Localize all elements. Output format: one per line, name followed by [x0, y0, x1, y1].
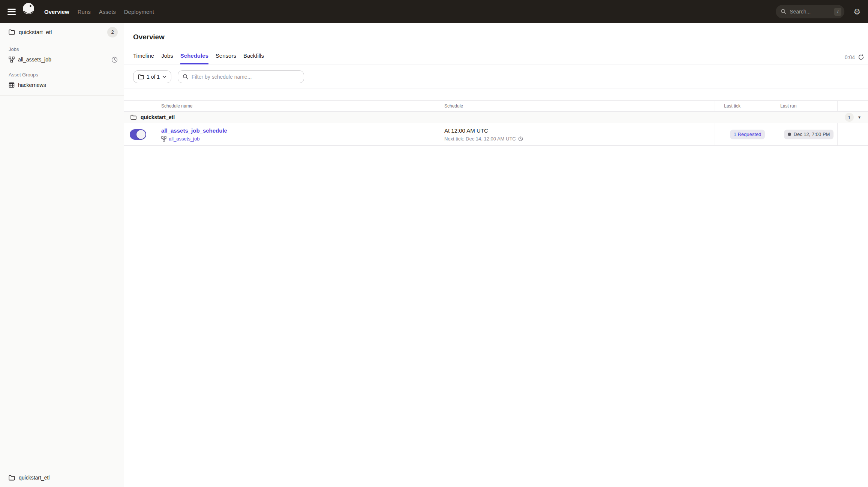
schedule-clock-icon	[111, 57, 118, 63]
repo-group-name: quickstart_etl	[141, 114, 175, 120]
folder-icon	[9, 475, 15, 481]
toggle-knob	[136, 130, 145, 139]
main-content: Overview Timeline Jobs Schedules Sensors…	[124, 23, 868, 487]
header-last-run: Last run	[771, 101, 838, 111]
clock-icon	[518, 136, 523, 141]
last-run-badge[interactable]: Dec 12, 7:00 PM	[784, 130, 834, 139]
nav-deployment[interactable]: Deployment	[124, 9, 154, 15]
folder-icon	[138, 74, 144, 79]
last-run-cell: Dec 12, 7:00 PM	[771, 123, 838, 145]
nav-overview[interactable]: Overview	[44, 9, 69, 15]
header-last-tick: Last tick	[715, 101, 771, 111]
refresh-countdown: 0:04	[845, 54, 855, 60]
tab-sensors[interactable]: Sensors	[216, 52, 236, 64]
last-run-time: Dec 12, 7:00 PM	[794, 131, 830, 137]
filter-bar: 1 of 1	[124, 64, 868, 88]
overview-tabs: Timeline Jobs Schedules Sensors Backfill…	[133, 52, 264, 64]
top-nav: Overview Runs Assets Deployment / ⚙	[0, 0, 868, 23]
header-actions-col	[838, 101, 868, 111]
sidebar-item-all-assets-job[interactable]: all_assets_job	[0, 54, 124, 66]
refresh-status: 0:04	[845, 54, 864, 64]
search-shortcut-key: /	[834, 8, 841, 16]
overview-tabs-row: Timeline Jobs Schedules Sensors Backfill…	[124, 52, 868, 64]
search-input[interactable]	[790, 9, 834, 15]
menu-icon[interactable]	[7, 9, 16, 15]
page-title: Overview	[133, 33, 859, 41]
asset-group-item-label: hackernews	[18, 82, 46, 88]
job-item-label: all_assets_job	[18, 57, 51, 63]
workspace-contents: Jobs all_assets_job A	[0, 41, 124, 96]
global-search[interactable]: /	[776, 5, 844, 18]
asset-group-icon	[9, 82, 15, 88]
workspace-row[interactable]: quickstart_etl 2	[0, 23, 124, 41]
repo-filter-button[interactable]: 1 of 1	[133, 70, 171, 83]
schedule-row: all_assets_job_schedule all_asset	[124, 123, 868, 146]
toggle-cell	[124, 123, 152, 145]
workspace-name: quickstart_etl	[19, 29, 52, 35]
dagster-logo-icon[interactable]	[22, 2, 37, 21]
header-schedule-name: Schedule name	[152, 101, 435, 111]
nav-runs[interactable]: Runs	[78, 9, 91, 15]
job-icon	[9, 57, 15, 63]
sidebar-item-hackernews[interactable]: hackernews	[0, 79, 124, 91]
workspace-count-badge: 2	[107, 27, 118, 37]
schedule-toggle[interactable]	[130, 129, 146, 140]
tab-backfills[interactable]: Backfills	[243, 52, 264, 64]
schedule-name-cell: all_assets_job_schedule all_asset	[152, 123, 435, 145]
run-status-dot-icon	[788, 133, 791, 136]
dagster-app: Overview Runs Assets Deployment / ⚙ qui	[0, 0, 868, 487]
cron-readable: At 12:00 AM UTC	[444, 127, 715, 134]
header-schedule: Schedule	[435, 101, 715, 111]
schedule-cell: At 12:00 AM UTC Next tick: Dec 14, 12:00…	[435, 123, 715, 145]
schedule-filter[interactable]	[178, 70, 304, 83]
nav-right: / ⚙	[776, 5, 868, 18]
asset-groups-section-title: Asset Groups	[0, 72, 124, 78]
settings-gear-icon[interactable]: ⚙	[853, 8, 861, 16]
tab-jobs[interactable]: Jobs	[161, 52, 173, 64]
header-toggle-col	[124, 101, 152, 111]
next-tick-line: Next tick: Dec 14, 12:00 AM UTC	[444, 136, 715, 142]
collapse-caret-icon[interactable]: ▾	[858, 115, 861, 120]
schedule-name-link[interactable]: all_assets_job_schedule	[161, 127, 435, 134]
nav-assets[interactable]: Assets	[99, 9, 116, 15]
jobs-section-title: Jobs	[0, 46, 124, 53]
schedules-table: Schedule name Schedule Last tick Last ru…	[124, 100, 868, 146]
last-tick-cell: 1 Requested	[715, 123, 771, 145]
left-sidebar: quickstart_etl 2 Jobs all_assets_job	[0, 23, 124, 487]
last-tick-badge[interactable]: 1 Requested	[730, 130, 765, 139]
primary-nav: Overview Runs Assets Deployment	[44, 9, 154, 15]
footer-workspace-name: quickstart_etl	[19, 475, 49, 481]
job-link[interactable]: all_assets_job	[169, 136, 199, 142]
folder-icon	[9, 29, 15, 35]
tab-schedules[interactable]: Schedules	[180, 52, 208, 64]
row-actions-cell	[838, 123, 868, 145]
schedule-filter-input[interactable]	[192, 74, 300, 80]
folder-icon	[130, 115, 136, 120]
search-icon	[781, 9, 787, 15]
schedule-job-line: all_assets_job	[161, 136, 435, 142]
app-shell: quickstart_etl 2 Jobs all_assets_job	[0, 23, 868, 487]
repo-group-row[interactable]: quickstart_etl 1 ▾	[124, 112, 868, 123]
search-icon	[183, 74, 189, 80]
next-tick-text: Next tick: Dec 14, 12:00 AM UTC	[444, 136, 516, 142]
repo-filter-label: 1 of 1	[147, 74, 160, 80]
group-count-badge: 1	[845, 113, 854, 122]
refresh-icon[interactable]	[858, 54, 864, 60]
table-header-row: Schedule name Schedule Last tick Last ru…	[124, 100, 868, 112]
job-icon	[161, 136, 166, 142]
tab-timeline[interactable]: Timeline	[133, 52, 154, 64]
sidebar-footer-workspace[interactable]: quickstart_etl	[0, 468, 124, 487]
chevron-down-icon	[162, 75, 166, 78]
